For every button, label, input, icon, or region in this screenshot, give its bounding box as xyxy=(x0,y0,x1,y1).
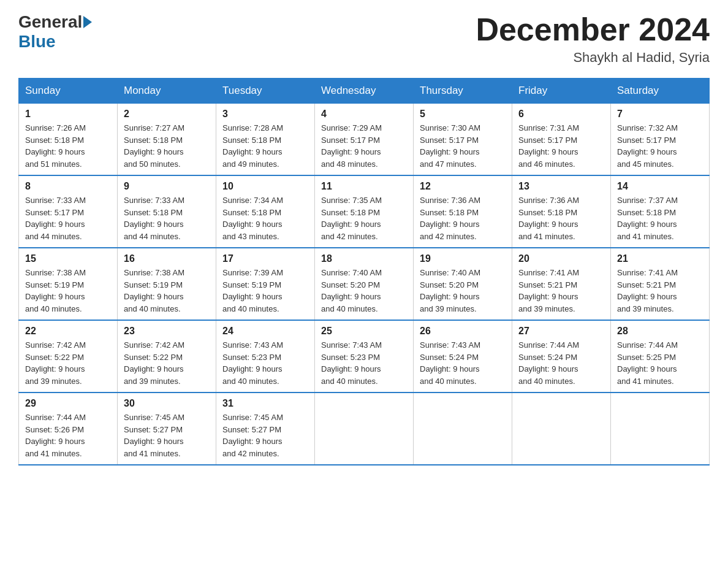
daylight-minutes: and 40 minutes. xyxy=(420,377,477,386)
logo: General Blue xyxy=(18,12,93,52)
sunset-label: Sunset: 5:18 PM xyxy=(124,136,183,145)
sunset-label: Sunset: 5:18 PM xyxy=(222,208,281,217)
daylight-minutes: and 40 minutes. xyxy=(321,304,378,313)
day-info: Sunrise: 7:43 AM Sunset: 5:23 PM Dayligh… xyxy=(222,339,308,387)
daylight-minutes: and 42 minutes. xyxy=(222,449,279,458)
daylight-label: Daylight: 9 hours xyxy=(420,292,480,301)
sunset-label: Sunset: 5:23 PM xyxy=(222,353,281,362)
day-info: Sunrise: 7:32 AM Sunset: 5:17 PM Dayligh… xyxy=(617,122,703,170)
daylight-minutes: and 39 minutes. xyxy=(617,304,674,313)
sunset-label: Sunset: 5:18 PM xyxy=(321,208,380,217)
day-info: Sunrise: 7:38 AM Sunset: 5:19 PM Dayligh… xyxy=(25,267,111,315)
sunset-label: Sunset: 5:20 PM xyxy=(321,280,380,289)
location-subtitle: Shaykh al Hadid, Syria xyxy=(476,50,710,66)
daylight-label: Daylight: 9 hours xyxy=(25,437,85,446)
day-number: 4 xyxy=(321,109,407,120)
sunrise-label: Sunrise: 7:36 AM xyxy=(420,196,480,205)
day-info: Sunrise: 7:44 AM Sunset: 5:24 PM Dayligh… xyxy=(518,339,604,387)
sunrise-label: Sunrise: 7:38 AM xyxy=(25,268,86,277)
calendar-cell: 29 Sunrise: 7:44 AM Sunset: 5:26 PM Dayl… xyxy=(19,393,118,465)
sunrise-label: Sunrise: 7:31 AM xyxy=(518,123,579,132)
day-number: 31 xyxy=(222,398,308,409)
daylight-label: Daylight: 9 hours xyxy=(222,292,282,301)
sunrise-label: Sunrise: 7:35 AM xyxy=(321,196,382,205)
day-number: 10 xyxy=(222,181,308,192)
day-info: Sunrise: 7:26 AM Sunset: 5:18 PM Dayligh… xyxy=(25,122,111,170)
daylight-minutes: and 40 minutes. xyxy=(222,304,279,313)
day-number: 9 xyxy=(124,181,210,192)
sunrise-label: Sunrise: 7:33 AM xyxy=(25,196,86,205)
daylight-minutes: and 39 minutes. xyxy=(25,377,82,386)
sunset-label: Sunset: 5:18 PM xyxy=(25,136,84,145)
day-number: 7 xyxy=(617,109,703,120)
day-info: Sunrise: 7:44 AM Sunset: 5:25 PM Dayligh… xyxy=(617,339,703,387)
day-number: 19 xyxy=(420,253,506,264)
sunset-label: Sunset: 5:19 PM xyxy=(222,280,281,289)
calendar-cell: 6 Sunrise: 7:31 AM Sunset: 5:17 PM Dayli… xyxy=(512,104,611,176)
day-number: 25 xyxy=(321,326,407,337)
sunrise-label: Sunrise: 7:40 AM xyxy=(321,268,382,277)
daylight-minutes: and 49 minutes. xyxy=(222,159,279,169)
col-tuesday: Tuesday xyxy=(216,79,315,104)
calendar-cell: 19 Sunrise: 7:40 AM Sunset: 5:20 PM Dayl… xyxy=(414,248,512,320)
sunset-label: Sunset: 5:19 PM xyxy=(124,280,183,289)
sunrise-label: Sunrise: 7:40 AM xyxy=(420,268,480,277)
daylight-label: Daylight: 9 hours xyxy=(420,364,480,373)
day-number: 6 xyxy=(518,109,604,120)
sunset-label: Sunset: 5:18 PM xyxy=(222,136,281,145)
daylight-minutes: and 41 minutes. xyxy=(617,377,674,386)
calendar-cell: 9 Sunrise: 7:33 AM Sunset: 5:18 PM Dayli… xyxy=(118,175,216,248)
calendar-cell xyxy=(611,393,710,465)
sunset-label: Sunset: 5:27 PM xyxy=(124,425,183,434)
day-info: Sunrise: 7:33 AM Sunset: 5:17 PM Dayligh… xyxy=(25,194,111,242)
daylight-minutes: and 39 minutes. xyxy=(124,377,181,386)
day-info: Sunrise: 7:39 AM Sunset: 5:19 PM Dayligh… xyxy=(222,267,308,315)
sunrise-label: Sunrise: 7:37 AM xyxy=(617,196,678,205)
daylight-minutes: and 50 minutes. xyxy=(124,159,181,169)
daylight-label: Daylight: 9 hours xyxy=(518,292,578,301)
day-info: Sunrise: 7:42 AM Sunset: 5:22 PM Dayligh… xyxy=(25,339,111,387)
day-info: Sunrise: 7:27 AM Sunset: 5:18 PM Dayligh… xyxy=(124,122,210,170)
calendar-cell: 16 Sunrise: 7:38 AM Sunset: 5:19 PM Dayl… xyxy=(118,248,216,320)
logo-blue: Blue xyxy=(18,32,56,51)
daylight-label: Daylight: 9 hours xyxy=(124,147,184,156)
calendar-cell xyxy=(414,393,512,465)
day-info: Sunrise: 7:34 AM Sunset: 5:18 PM Dayligh… xyxy=(222,194,308,242)
daylight-minutes: and 41 minutes. xyxy=(124,449,181,458)
sunrise-label: Sunrise: 7:26 AM xyxy=(25,123,86,132)
day-info: Sunrise: 7:36 AM Sunset: 5:18 PM Dayligh… xyxy=(420,194,506,242)
daylight-minutes: and 41 minutes. xyxy=(617,232,674,241)
sunset-label: Sunset: 5:21 PM xyxy=(518,280,577,289)
daylight-label: Daylight: 9 hours xyxy=(124,292,184,301)
calendar-cell: 2 Sunrise: 7:27 AM Sunset: 5:18 PM Dayli… xyxy=(118,104,216,176)
day-info: Sunrise: 7:42 AM Sunset: 5:22 PM Dayligh… xyxy=(124,339,210,387)
daylight-label: Daylight: 9 hours xyxy=(321,220,381,229)
day-number: 18 xyxy=(321,253,407,264)
sunset-label: Sunset: 5:25 PM xyxy=(617,353,676,362)
sunset-label: Sunset: 5:18 PM xyxy=(124,208,183,217)
calendar-cell: 1 Sunrise: 7:26 AM Sunset: 5:18 PM Dayli… xyxy=(19,104,118,176)
sunrise-label: Sunrise: 7:43 AM xyxy=(222,340,283,350)
day-info: Sunrise: 7:30 AM Sunset: 5:17 PM Dayligh… xyxy=(420,122,506,170)
sunset-label: Sunset: 5:18 PM xyxy=(518,208,577,217)
calendar-cell xyxy=(512,393,611,465)
calendar-cell: 14 Sunrise: 7:37 AM Sunset: 5:18 PM Dayl… xyxy=(611,175,710,248)
calendar-cell: 10 Sunrise: 7:34 AM Sunset: 5:18 PM Dayl… xyxy=(216,175,315,248)
day-number: 8 xyxy=(25,181,111,192)
calendar-cell: 4 Sunrise: 7:29 AM Sunset: 5:17 PM Dayli… xyxy=(315,104,414,176)
daylight-label: Daylight: 9 hours xyxy=(222,364,282,373)
sunset-label: Sunset: 5:22 PM xyxy=(25,353,84,362)
calendar-cell: 11 Sunrise: 7:35 AM Sunset: 5:18 PM Dayl… xyxy=(315,175,414,248)
daylight-minutes: and 39 minutes. xyxy=(420,304,477,313)
daylight-minutes: and 48 minutes. xyxy=(321,159,378,169)
sunset-label: Sunset: 5:18 PM xyxy=(617,208,676,217)
day-number: 24 xyxy=(222,326,308,337)
page-header: General Blue December 2024 Shaykh al Had… xyxy=(18,12,710,66)
calendar-cell: 15 Sunrise: 7:38 AM Sunset: 5:19 PM Dayl… xyxy=(19,248,118,320)
sunrise-label: Sunrise: 7:27 AM xyxy=(124,123,184,132)
calendar-week-1: 1 Sunrise: 7:26 AM Sunset: 5:18 PM Dayli… xyxy=(19,104,710,176)
daylight-label: Daylight: 9 hours xyxy=(518,364,578,373)
day-info: Sunrise: 7:36 AM Sunset: 5:18 PM Dayligh… xyxy=(518,194,604,242)
calendar-week-4: 22 Sunrise: 7:42 AM Sunset: 5:22 PM Dayl… xyxy=(19,320,710,393)
day-number: 28 xyxy=(617,326,703,337)
